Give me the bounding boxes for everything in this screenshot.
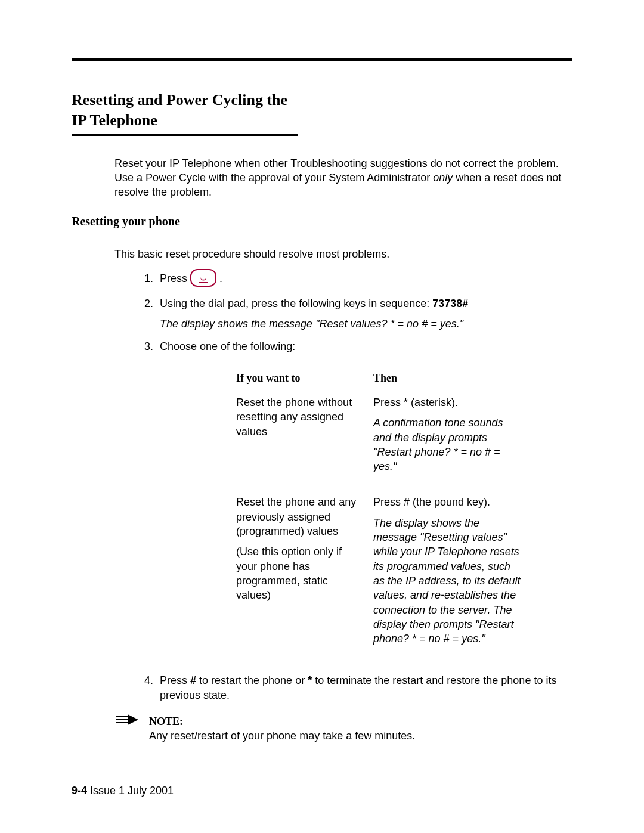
- intro-paragraph: Reset your IP Telephone when other Troub…: [114, 156, 572, 200]
- row2-then-result: The display shows the message "Resetting…: [373, 516, 522, 646]
- sub-intro: This basic reset procedure should resolv…: [114, 247, 572, 261]
- step2-sequence: 73738#: [432, 298, 468, 309]
- note-body: Any reset/restart of your phone may take…: [149, 730, 415, 742]
- steps-block: Press . Using the dial pad, press the fo…: [114, 270, 572, 702]
- footer: 9-4 Issue 1 July 2001: [72, 785, 174, 797]
- th-if: If you want to: [236, 371, 373, 389]
- step2-display-msg: The display shows the message "Reset val…: [160, 317, 572, 331]
- note-block: NOTE: Any reset/restart of your phone ma…: [114, 714, 572, 744]
- table-row: Reset the phone without resetting any as…: [236, 389, 534, 489]
- row2-then-action: Press # (the pound key).: [373, 495, 522, 509]
- step-2: Using the dial pad, press the following …: [156, 296, 572, 332]
- row2-if-a: Reset the phone and any previously assig…: [236, 495, 361, 538]
- row1-then-action: Press * (asterisk).: [373, 395, 522, 410]
- row2-if-b: (Use this option only if your phone has …: [236, 544, 361, 602]
- step3-text: Choose one of the following:: [160, 340, 295, 352]
- s4-hash: #: [190, 674, 196, 686]
- note-label: NOTE:: [149, 716, 183, 727]
- row1-if: Reset the phone without resetting any as…: [236, 389, 373, 489]
- rule-thin: [72, 54, 572, 54]
- intro-only-word: only: [433, 172, 453, 184]
- step2-text: Using the dial pad, press the following …: [160, 298, 432, 309]
- step-3: Choose one of the following: If you want…: [156, 339, 572, 661]
- rule-thick: [72, 58, 572, 61]
- table-row: Reset the phone and any previously assig…: [236, 489, 534, 661]
- s4a: Press: [160, 674, 190, 686]
- page: Resetting and Power Cycling the IP Telep…: [0, 0, 644, 833]
- step1-prefix: Press: [160, 272, 190, 284]
- row1-then-result: A confirmation tone sounds and the displ…: [373, 416, 522, 473]
- th-then: Then: [373, 371, 534, 389]
- note-arrow-icon: [114, 714, 141, 729]
- page-title: Resetting and Power Cycling the IP Telep…: [72, 90, 298, 136]
- s4b: to restart the phone or: [196, 674, 308, 686]
- page-number: 9-4: [72, 785, 87, 797]
- mute-button-icon: [190, 269, 216, 287]
- step-4: Press # to restart the phone or * to ter…: [156, 673, 572, 702]
- choice-table: If you want to Then Reset the phone with…: [236, 371, 534, 662]
- footer-rest: Issue 1 July 2001: [87, 785, 174, 797]
- section-heading: Resetting your phone: [72, 215, 292, 231]
- svg-marker-3: [128, 714, 138, 725]
- step-1: Press .: [156, 270, 572, 288]
- step1-suffix: .: [219, 272, 222, 284]
